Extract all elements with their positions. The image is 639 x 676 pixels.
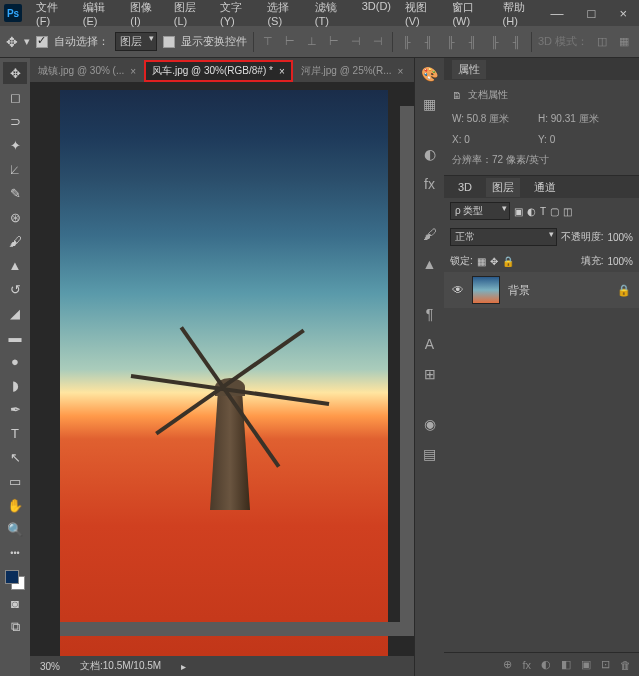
minimize-button[interactable]: —: [543, 4, 572, 23]
align-vcenter-icon[interactable]: ⊢: [282, 34, 298, 50]
menu-help[interactable]: 帮助(H): [497, 0, 543, 29]
properties-tab[interactable]: 属性: [452, 60, 486, 79]
tab-channels[interactable]: 通道: [528, 178, 562, 197]
menu-select[interactable]: 选择(S): [261, 0, 306, 29]
zoom-tool[interactable]: 🔍: [3, 518, 27, 540]
align-top-icon[interactable]: ⊤: [260, 34, 276, 50]
menu-3d[interactable]: 3D(D): [356, 0, 397, 29]
align-hcenter-icon[interactable]: ⊣: [348, 34, 364, 50]
adjustment-icon[interactable]: ◧: [561, 658, 571, 671]
mask-icon[interactable]: ◐: [541, 658, 551, 671]
screen-mode-tool[interactable]: ⧉: [3, 616, 27, 638]
eyedropper-tool[interactable]: ✎: [3, 182, 27, 204]
distribute-icon[interactable]: ╟: [443, 34, 459, 50]
close-icon[interactable]: ×: [279, 66, 285, 77]
menu-filter[interactable]: 滤镜(T): [309, 0, 354, 29]
filter-icon[interactable]: ◫: [563, 206, 572, 217]
visibility-icon[interactable]: 👁: [452, 283, 464, 297]
opacity-value[interactable]: 100%: [607, 232, 633, 243]
menu-type[interactable]: 文字(Y): [214, 0, 259, 29]
doc-tab-3[interactable]: 河岸.jpg @ 25%(R...×: [293, 60, 412, 82]
blur-tool[interactable]: ●: [3, 350, 27, 372]
auto-select-dropdown[interactable]: 图层: [115, 32, 157, 51]
menu-image[interactable]: 图像(I): [124, 0, 166, 29]
marquee-tool[interactable]: ◻: [3, 86, 27, 108]
styles-icon[interactable]: fx: [424, 176, 435, 192]
align-left-icon[interactable]: ⊢: [326, 34, 342, 50]
hand-tool[interactable]: ✋: [3, 494, 27, 516]
lock-pixels-icon[interactable]: ▦: [477, 256, 486, 267]
filter-icon[interactable]: ▢: [550, 206, 559, 217]
clone-icon[interactable]: ▲: [423, 256, 437, 272]
dodge-tool[interactable]: ◗: [3, 374, 27, 396]
menu-file[interactable]: 文件(F): [30, 0, 75, 29]
fx-icon[interactable]: fx: [522, 659, 531, 671]
brush-tool[interactable]: 🖌: [3, 230, 27, 252]
layer-kind-dropdown[interactable]: ρ 类型: [450, 202, 510, 220]
menu-view[interactable]: 视图(V): [399, 0, 444, 29]
distribute-icon[interactable]: ╢: [465, 34, 481, 50]
gradient-tool[interactable]: ▬: [3, 326, 27, 348]
zoom-level[interactable]: 30%: [40, 661, 60, 672]
chevron-down-icon[interactable]: ▾: [24, 35, 30, 48]
align-bottom-icon[interactable]: ⊥: [304, 34, 320, 50]
link-icon[interactable]: ⊕: [503, 658, 512, 671]
paragraph-icon[interactable]: ¶: [426, 306, 434, 322]
tab-3d[interactable]: 3D: [452, 179, 478, 195]
move-tool[interactable]: ✥: [3, 62, 27, 84]
heal-tool[interactable]: ⊛: [3, 206, 27, 228]
stamp-tool[interactable]: ▲: [3, 254, 27, 276]
align-right-icon[interactable]: ⊣: [370, 34, 386, 50]
history-brush-tool[interactable]: ↺: [3, 278, 27, 300]
quickmask-tool[interactable]: ◙: [3, 592, 27, 614]
3d-icon[interactable]: ◫: [594, 34, 610, 50]
group-icon[interactable]: ▣: [581, 658, 591, 671]
crop-tool[interactable]: ⟀: [3, 158, 27, 180]
wand-tool[interactable]: ✦: [3, 134, 27, 156]
menu-edit[interactable]: 编辑(E): [77, 0, 122, 29]
close-icon[interactable]: ×: [130, 66, 136, 77]
path-tool[interactable]: ↖: [3, 446, 27, 468]
swatches-icon[interactable]: ▦: [423, 96, 436, 112]
filter-icon[interactable]: ◐: [527, 206, 536, 217]
new-layer-icon[interactable]: ⊡: [601, 658, 610, 671]
color-swatch[interactable]: [5, 570, 25, 590]
close-button[interactable]: ×: [611, 4, 635, 23]
canvas[interactable]: [30, 82, 414, 656]
filter-icon[interactable]: ▣: [514, 206, 523, 217]
distribute-icon[interactable]: ╟: [399, 34, 415, 50]
brush-panel-icon[interactable]: 🖌: [423, 226, 437, 242]
distribute-icon[interactable]: ╟: [487, 34, 503, 50]
layer-thumbnail[interactable]: [472, 276, 500, 304]
lasso-tool[interactable]: ⊃: [3, 110, 27, 132]
menu-window[interactable]: 窗口(W): [446, 0, 494, 29]
maximize-button[interactable]: □: [580, 4, 604, 23]
menu-layer[interactable]: 图层(L): [168, 0, 212, 29]
tab-layers[interactable]: 图层: [486, 178, 520, 197]
cc-icon[interactable]: ◉: [424, 416, 436, 432]
eraser-tool[interactable]: ◢: [3, 302, 27, 324]
pen-tool[interactable]: ✒: [3, 398, 27, 420]
character-icon[interactable]: A: [425, 336, 434, 352]
distribute-icon[interactable]: ╢: [421, 34, 437, 50]
lock-position-icon[interactable]: ✥: [490, 256, 498, 267]
filter-icon[interactable]: T: [540, 206, 546, 217]
lib-icon[interactable]: ▤: [423, 446, 436, 462]
layer-row[interactable]: 👁 背景 🔒: [444, 272, 639, 308]
blend-mode-dropdown[interactable]: 正常: [450, 228, 557, 246]
trash-icon[interactable]: 🗑: [620, 659, 631, 671]
vertical-scrollbar[interactable]: [400, 106, 414, 622]
distribute-icon[interactable]: ╢: [509, 34, 525, 50]
doc-tab-2[interactable]: 风车.jpg @ 30%(RGB/8#) *×: [144, 60, 293, 82]
auto-select-checkbox[interactable]: [36, 36, 48, 48]
shape-tool[interactable]: ▭: [3, 470, 27, 492]
chevron-right-icon[interactable]: ▸: [181, 661, 186, 672]
close-icon[interactable]: ×: [397, 66, 403, 77]
layer-name[interactable]: 背景: [508, 283, 530, 298]
more-icon[interactable]: •••: [3, 542, 27, 564]
glyph-icon[interactable]: ⊞: [424, 366, 436, 382]
doc-tab-1[interactable]: 城镇.jpg @ 30% (...×: [30, 60, 144, 82]
show-transform-checkbox[interactable]: [163, 36, 175, 48]
adjustments-icon[interactable]: ◐: [424, 146, 436, 162]
fill-value[interactable]: 100%: [607, 256, 633, 267]
